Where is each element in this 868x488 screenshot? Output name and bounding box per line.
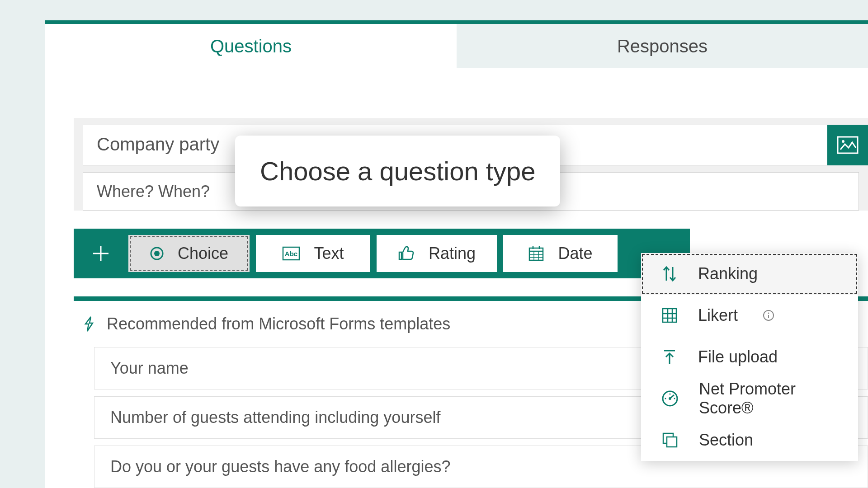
nps-label: Net Promoter Score® xyxy=(699,380,838,418)
question-type-choice[interactable]: Choice xyxy=(128,235,250,272)
question-type-date[interactable]: Date xyxy=(503,235,618,272)
text-label: Text xyxy=(314,244,344,263)
calendar-icon xyxy=(528,245,544,262)
text-icon: Abc xyxy=(282,246,300,261)
dropdown-item-ranking[interactable]: Ranking xyxy=(641,253,858,295)
gauge-icon xyxy=(661,390,679,407)
thumbs-up-icon xyxy=(398,246,415,261)
info-icon xyxy=(763,310,774,321)
svg-point-32 xyxy=(674,398,675,399)
lightning-icon xyxy=(83,316,95,332)
choice-label: Choice xyxy=(178,244,228,263)
svg-point-24 xyxy=(768,313,769,314)
dropdown-item-likert[interactable]: Likert xyxy=(641,295,858,336)
likert-icon xyxy=(661,307,678,324)
ranking-label: Ranking xyxy=(698,264,758,283)
tab-responses[interactable]: Responses xyxy=(457,24,868,68)
svg-rect-35 xyxy=(667,437,677,447)
rating-label: Rating xyxy=(429,244,476,263)
tooltip: Choose a question type xyxy=(235,136,560,206)
likert-label: Likert xyxy=(698,306,738,325)
add-question-button[interactable] xyxy=(74,229,128,278)
svg-point-33 xyxy=(670,394,671,395)
plus-icon xyxy=(91,244,110,263)
svg-line-30 xyxy=(670,395,674,399)
radio-icon xyxy=(150,246,164,261)
insert-image-button[interactable] xyxy=(827,125,868,165)
svg-text:Abc: Abc xyxy=(285,250,297,258)
file-upload-label: File upload xyxy=(698,347,778,366)
dropdown-item-file-upload[interactable]: File upload xyxy=(641,336,858,378)
ranking-icon xyxy=(661,264,678,283)
recommended-header-text: Recommended from Microsoft Forms templat… xyxy=(107,314,450,333)
dropdown-item-nps[interactable]: Net Promoter Score® xyxy=(641,378,858,419)
tab-questions[interactable]: Questions xyxy=(45,24,457,68)
svg-point-5 xyxy=(154,251,160,256)
question-type-rating[interactable]: Rating xyxy=(376,235,497,272)
section-icon xyxy=(661,432,679,449)
question-type-dropdown: Ranking Likert File upload xyxy=(641,253,858,461)
date-label: Date xyxy=(558,244,592,263)
tabs: Questions Responses xyxy=(45,24,868,68)
dropdown-item-section[interactable]: Section xyxy=(641,419,858,461)
upload-icon xyxy=(661,348,678,366)
question-type-bar: Choice Abc Text Rating xyxy=(74,229,690,278)
svg-point-1 xyxy=(842,140,844,143)
section-label: Section xyxy=(699,431,753,450)
svg-rect-18 xyxy=(663,309,676,322)
image-icon xyxy=(837,136,859,154)
svg-point-31 xyxy=(665,398,666,399)
question-type-text[interactable]: Abc Text xyxy=(255,235,371,272)
